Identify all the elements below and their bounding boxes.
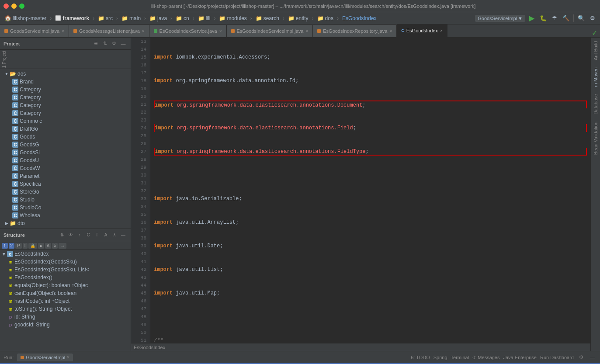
tree-item-Studio[interactable]: C Studio bbox=[0, 196, 131, 204]
tab-close-icon[interactable]: × bbox=[62, 29, 64, 34]
struct-f-btn[interactable]: f bbox=[93, 231, 101, 239]
window-controls[interactable] bbox=[3, 3, 24, 9]
struct-field-id[interactable]: p id: String bbox=[0, 313, 131, 321]
bean-validation-tab[interactable]: Bean Validation bbox=[592, 118, 600, 158]
maven-tab[interactable]: m Maven bbox=[592, 64, 600, 90]
nav-dos[interactable]: 📁 dos bbox=[316, 14, 335, 22]
nav-cn[interactable]: 📁 cn bbox=[174, 14, 191, 22]
run-button[interactable]: ▶ bbox=[527, 14, 537, 23]
debug-button[interactable]: 🐛 bbox=[538, 14, 548, 23]
run-config-dropdown[interactable]: GoodsServiceImpl ▼ bbox=[475, 15, 525, 22]
struct-method-equals[interactable]: m equals(Object): boolean ↑Objec bbox=[0, 281, 131, 289]
tab-EsGoodsIndexRepository[interactable]: EsGoodsIndexRepository.java × bbox=[313, 25, 397, 37]
nav-framework[interactable]: ⬜ framework bbox=[53, 14, 91, 22]
todo-tab[interactable]: 6: TODO bbox=[411, 355, 430, 360]
tab-GoodsServiceImpl[interactable]: GoodsServiceImpl.java × bbox=[0, 25, 69, 37]
sidebar-gear-btn[interactable]: ⚙ bbox=[110, 40, 118, 48]
struct-method-hashCode[interactable]: m hashCode(): int ↑Object bbox=[0, 297, 131, 305]
nav-search[interactable]: 📁 search bbox=[254, 14, 281, 22]
code-content[interactable]: import lombok.experimental.Accessors; im… bbox=[150, 38, 590, 343]
tree-item-Paramet[interactable]: C Paramet bbox=[0, 172, 131, 180]
struct-filter-p[interactable]: P bbox=[15, 243, 22, 249]
struct-filter-a[interactable]: A bbox=[45, 243, 52, 249]
run-tab-close-icon[interactable]: × bbox=[67, 355, 69, 360]
struct-filter-f[interactable]: f bbox=[23, 243, 28, 249]
tree-item-GoodsG[interactable]: C GoodsG bbox=[0, 141, 131, 149]
struct-vis-btn[interactable]: 👁 bbox=[67, 231, 75, 239]
messages-tab[interactable]: 0: Messages bbox=[472, 355, 499, 360]
struct-filter-1[interactable]: 1 bbox=[2, 243, 8, 249]
tree-item-Goods[interactable]: C Goods bbox=[0, 133, 131, 141]
run-dashboard-tab[interactable]: Run Dashboard bbox=[540, 355, 574, 360]
struct-lambda-btn[interactable]: λ bbox=[111, 231, 118, 239]
nav-java[interactable]: 📁 java bbox=[148, 14, 169, 22]
tree-expand-dto[interactable]: ▶ bbox=[3, 221, 10, 225]
search-everywhere-button[interactable]: 🔍 bbox=[576, 14, 586, 23]
tab-close-3-icon[interactable]: × bbox=[219, 29, 222, 34]
struct-method-canEqual[interactable]: m canEqual(Object): boolean bbox=[0, 289, 131, 297]
sidebar-sort-btn[interactable]: ⇅ bbox=[101, 40, 109, 48]
struct-expand-EsGoodsIndex[interactable]: ▼ bbox=[2, 252, 6, 257]
tree-item-Category4[interactable]: C Category bbox=[0, 109, 131, 117]
struct-filter-lambda[interactable]: λ bbox=[52, 243, 58, 249]
tree-item-DraftGo[interactable]: C DraftGo bbox=[0, 125, 131, 133]
struct-method-1[interactable]: m EsGoodsIndex(GoodsSku) bbox=[0, 258, 131, 266]
database-tab[interactable]: Database bbox=[592, 90, 600, 118]
nav-esgoodsindex[interactable]: EsGoodsIndex bbox=[340, 14, 378, 22]
tab-GoodsMessageListener[interactable]: GoodsMessageListener.java × bbox=[69, 25, 149, 37]
tab-close-5-icon[interactable]: × bbox=[389, 29, 392, 34]
nav-lili[interactable]: 📁 lili bbox=[196, 14, 212, 22]
tree-item-Commoc[interactable]: C Commo c bbox=[0, 117, 131, 125]
tree-item-dos[interactable]: ▼ 📂 dos bbox=[0, 70, 131, 78]
struct-filter-circle[interactable]: ● bbox=[38, 243, 44, 249]
struct-alpha-btn[interactable]: A bbox=[102, 231, 110, 239]
tree-item-Wholesa[interactable]: C Wholesa bbox=[0, 211, 131, 219]
terminal-tab[interactable]: Terminal bbox=[451, 355, 469, 360]
run-tab-GoodsServiceImpl[interactable]: GoodsServiceImpl × bbox=[17, 354, 73, 361]
tab-close-4-icon[interactable]: × bbox=[305, 29, 308, 34]
project-nav-lilishop[interactable]: 🏠 lilishop-master bbox=[3, 14, 48, 22]
struct-method-2[interactable]: m EsGoodsIndex(GoodsSku, List< bbox=[0, 266, 131, 274]
tab-close-6-icon[interactable]: × bbox=[440, 28, 443, 33]
tree-item-GoodsU[interactable]: C GoodsU bbox=[0, 156, 131, 164]
java-enterprise-tab[interactable]: Java Enterprise bbox=[503, 355, 537, 360]
settings-button[interactable]: ⚙ bbox=[588, 14, 597, 23]
ant-build-tab[interactable]: Ant Build bbox=[592, 38, 600, 64]
tree-item-Category2[interactable]: C Category bbox=[0, 94, 131, 101]
tree-expand-dos[interactable]: ▼ bbox=[3, 72, 10, 76]
close-button[interactable] bbox=[3, 3, 9, 9]
tab-EsGoodsIndexServiceImpl[interactable]: EsGoodsIndexServiceImpl.java × bbox=[227, 25, 313, 37]
code-container[interactable]: 13 14 15 16 17 18 19 20 21 22 23 24 25 2… bbox=[131, 38, 590, 343]
maximize-button[interactable] bbox=[19, 3, 24, 9]
tree-item-Brand[interactable]: C Brand bbox=[0, 78, 131, 86]
tree-item-Specifica[interactable]: C Specifica bbox=[0, 180, 131, 188]
tree-item-Category3[interactable]: C Category bbox=[0, 101, 131, 109]
sidebar-new-btn[interactable]: ⊕ bbox=[92, 40, 100, 48]
bottom-close-btn[interactable]: — bbox=[589, 354, 597, 361]
struct-class-btn[interactable]: C bbox=[84, 231, 92, 239]
tree-item-dto[interactable]: ▶ 📁 dto bbox=[0, 219, 131, 227]
struct-filter-arrow[interactable]: → bbox=[59, 243, 66, 249]
struct-method-3[interactable]: m EsGoodsIndex() bbox=[0, 274, 131, 281]
struct-field-goodsId[interactable]: p goodsId: String bbox=[0, 321, 131, 329]
struct-sort-btn[interactable]: ⇅ bbox=[58, 231, 66, 239]
struct-filter-2[interactable]: 2 bbox=[9, 243, 15, 249]
tab-EsGoodsIndexService[interactable]: EsGoodsIndexService.java × bbox=[149, 25, 227, 37]
tab-close-2-icon[interactable]: × bbox=[142, 29, 145, 34]
spring-tab[interactable]: Spring bbox=[434, 355, 447, 360]
tree-item-GoodsSl[interactable]: C GoodsSl bbox=[0, 149, 131, 156]
tree-item-Category1[interactable]: C Category bbox=[0, 86, 131, 94]
minimize-button[interactable] bbox=[11, 3, 17, 9]
coverage-button[interactable]: ☂ bbox=[550, 14, 559, 23]
struct-up-btn[interactable]: ↑ bbox=[76, 231, 83, 239]
struct-filter-lock[interactable]: 🔒 bbox=[28, 243, 37, 249]
build-button[interactable]: 🔨 bbox=[561, 14, 571, 23]
struct-EsGoodsIndex[interactable]: ▼ c EsGoodsIndex bbox=[0, 250, 131, 258]
tree-item-GoodsW[interactable]: C GoodsW bbox=[0, 164, 131, 172]
tree-item-StudioCo[interactable]: C StudioCo bbox=[0, 204, 131, 211]
tab-EsGoodsIndex-active[interactable]: C EsGoodsIndex × bbox=[397, 24, 447, 37]
nav-modules[interactable]: 📁 modules bbox=[217, 14, 248, 22]
struct-method-toString[interactable]: m toString(): String ↑Object bbox=[0, 305, 131, 313]
nav-main[interactable]: 📁 main bbox=[120, 14, 142, 22]
struct-close-btn[interactable]: — bbox=[119, 231, 127, 239]
